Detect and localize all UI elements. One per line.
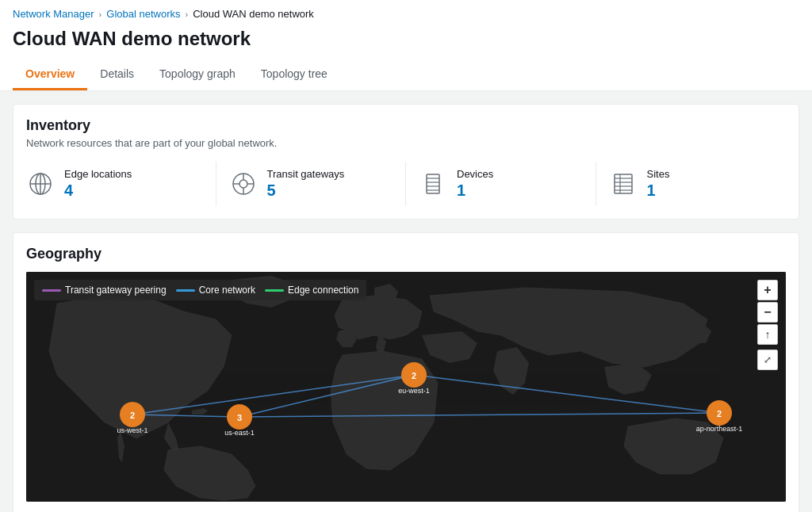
zoom-out-button[interactable]: − [757,302,778,323]
svg-text:us-west-1: us-west-1 [117,426,147,434]
legend-core-line [176,289,195,292]
legend-tgw-peering: Transit gateway peering [42,285,167,296]
transit-gateways-icon [229,170,258,198]
geography-card: Geography Transit gateway peering Core n… [13,232,799,512]
edge-locations-icon [26,170,55,198]
sites-value[interactable]: 1 [647,181,670,200]
map-legend: Transit gateway peering Core network Edg… [34,280,366,300]
inventory-grid: Edge locations 4 Transit gate [26,162,786,206]
expand-button[interactable]: ⤢ [757,350,778,370]
inventory-edge-locations: Edge locations 4 [26,162,216,206]
legend-edge-label: Edge connection [288,285,358,296]
legend-core-label: Core network [199,285,255,296]
inventory-sites: Sites 1 [596,162,787,206]
tab-details[interactable]: Details [87,59,147,90]
tab-topology-tree[interactable]: Topology tree [248,59,340,90]
sites-icon [609,170,638,198]
transit-gateways-label: Transit gateways [267,168,345,180]
reset-north-button[interactable]: ↑ [757,324,778,345]
legend-edge-connection: Edge connection [265,285,358,296]
breadcrumb-network-manager[interactable]: Network Manager [13,8,94,20]
zoom-in-button[interactable]: + [757,280,778,300]
tab-overview[interactable]: Overview [13,59,87,90]
svg-text:2: 2 [130,411,135,420]
main-content: Inventory Network resources that are par… [0,91,812,512]
map-container: Transit gateway peering Core network Edg… [26,272,786,502]
svg-text:eu-west-1: eu-west-1 [398,387,430,395]
page-header: Cloud WAN demo network Overview Details … [0,25,812,91]
inventory-transit-gateways: Transit gateways 5 [216,162,407,206]
tab-bar: Overview Details Topology graph Topology… [13,59,799,90]
devices-label: Devices [457,168,493,180]
svg-text:3: 3 [237,413,242,422]
svg-text:2: 2 [717,409,722,418]
svg-text:us-east-1: us-east-1 [224,429,255,437]
svg-point-5 [239,180,247,188]
page-title: Cloud WAN demo network [13,28,799,59]
legend-tgw-line [42,289,61,292]
breadcrumb: Network Manager › Global networks › Clou… [0,0,812,25]
map-controls: + − ↑ ⤢ [757,280,778,370]
breadcrumb-global-networks[interactable]: Global networks [106,8,180,20]
geography-title: Geography [26,246,786,262]
edge-locations-label: Edge locations [64,168,132,180]
sites-label: Sites [647,168,670,180]
inventory-devices: Devices 1 [406,162,596,206]
legend-tgw-label: Transit gateway peering [65,285,167,296]
inventory-subtitle: Network resources that are part of your … [26,137,786,149]
devices-value[interactable]: 1 [457,181,493,200]
breadcrumb-current: Cloud WAN demo network [193,8,314,20]
svg-text:2: 2 [412,371,416,380]
edge-locations-value[interactable]: 4 [64,181,132,200]
breadcrumb-sep-1: › [99,10,102,19]
map-svg: 2 us-west-1 3 us-east-1 2 eu-west-1 2 ap… [26,272,786,502]
inventory-title: Inventory [26,117,786,134]
svg-text:ap-northeast-1: ap-northeast-1 [696,425,743,433]
transit-gateways-value[interactable]: 5 [267,181,345,200]
legend-edge-line [265,289,284,292]
legend-core-network: Core network [176,285,255,296]
devices-icon [419,170,447,198]
inventory-card: Inventory Network resources that are par… [13,104,799,220]
tab-topology-graph[interactable]: Topology graph [147,59,248,90]
breadcrumb-sep-2: › [186,10,189,19]
